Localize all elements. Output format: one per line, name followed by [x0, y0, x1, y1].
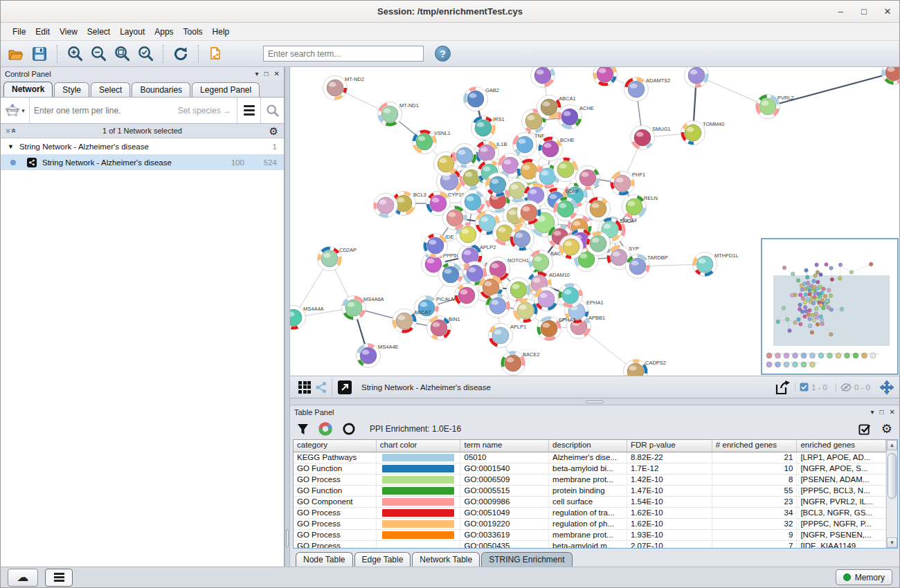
protein-node[interactable] [517, 201, 541, 225]
protein-node[interactable] [486, 294, 510, 318]
protein-node[interactable]: CD2AP [318, 247, 357, 271]
zoom-selected-button[interactable] [136, 44, 155, 64]
table-row[interactable]: GO ProcessGO:0033619membrane prot...1.93… [294, 530, 886, 541]
save-session-button[interactable] [30, 44, 49, 64]
protein-node[interactable]: MS4A4E [357, 344, 399, 368]
table-row[interactable]: GO ProcessGO:0050435beta-amyloid m...2.0… [294, 541, 886, 549]
splitter-grip[interactable] [586, 401, 604, 403]
table-row[interactable]: GO ProcessGO:0006509membrane prot...1.42… [294, 475, 886, 486]
tab-node-table[interactable]: Node Table [296, 552, 353, 567]
table-scrollbar[interactable]: ▲ ▼ [886, 440, 897, 548]
chart-donut-icon[interactable] [318, 422, 332, 436]
memory-button[interactable]: Memory [836, 569, 892, 585]
protein-node[interactable]: BACE2 [501, 351, 540, 376]
maximize-button[interactable]: □ [852, 1, 876, 22]
search-input[interactable] [263, 46, 424, 62]
birdseye-overview[interactable] [761, 238, 899, 375]
protein-node[interactable]: PVRL2 [756, 95, 794, 119]
table-row[interactable]: GO ProcessGO:0019220regulation of ph...1… [294, 519, 886, 530]
protein-node[interactable] [514, 299, 538, 323]
help-button[interactable]: ? [435, 46, 451, 62]
scrollbar-thumb[interactable] [888, 453, 897, 499]
ring-icon[interactable] [342, 422, 356, 436]
tab-select[interactable]: Select [91, 82, 130, 97]
protein-node[interactable] [439, 263, 463, 287]
string-options-button[interactable] [237, 98, 260, 123]
menu-view[interactable]: View [55, 25, 82, 39]
protein-node[interactable] [455, 284, 479, 308]
tab-string-enrichment[interactable]: STRING Enrichment [481, 552, 572, 567]
copy-network-button[interactable] [206, 44, 226, 64]
close-button[interactable]: ✕ [876, 1, 899, 22]
collapse-arrow-icon[interactable]: ▼ [8, 143, 14, 150]
protein-node[interactable]: MT-ND2 [323, 76, 364, 100]
protein-node[interactable] [685, 67, 709, 88]
menu-apps[interactable]: Apps [150, 25, 178, 39]
protein-node[interactable] [576, 166, 600, 190]
column-header-category[interactable]: category [294, 440, 377, 452]
protein-node[interactable]: TOMM40 [681, 121, 725, 145]
protein-node[interactable]: APLP1 [489, 324, 527, 348]
tab-network-table[interactable]: Network Table [412, 552, 480, 567]
enrichment-settings-gear-icon[interactable]: ⚙ [881, 423, 892, 435]
menu-edit[interactable]: Edit [30, 25, 55, 39]
string-search-button[interactable] [260, 98, 284, 123]
protein-node[interactable]: MT-ND1 [378, 102, 419, 127]
column-header--enriched-genes[interactable]: # enriched genes [712, 440, 798, 452]
scroll-down-icon[interactable]: ▼ [887, 538, 897, 548]
protein-node[interactable] [374, 194, 398, 218]
network-row-selected[interactable]: String Network - Alzheimer's disease 100… [1, 154, 284, 170]
protein-node[interactable]: ABCA7 [393, 309, 431, 333]
panel-float-icon[interactable]: □ [880, 409, 884, 416]
network-panel-gear-icon[interactable]: ⚙ [269, 126, 278, 136]
protein-node[interactable] [586, 197, 611, 221]
tab-style[interactable]: Style [54, 82, 89, 97]
minimize-button[interactable]: – [829, 1, 852, 22]
protein-node[interactable]: VSNL1 [413, 130, 451, 154]
protein-node[interactable] [882, 67, 900, 85]
protein-node[interactable]: BCHE [539, 137, 575, 161]
protein-node[interactable]: IRS1 [471, 116, 505, 140]
tab-legend-panel[interactable]: Legend Panel [192, 82, 260, 97]
menu-layout[interactable]: Layout [115, 25, 150, 39]
menu-help[interactable]: Help [208, 25, 235, 39]
protein-node[interactable] [554, 197, 578, 221]
network-canvas[interactable]: MT-ND2MT-ND1VSNL1GAB2IRS1CHATABCA1ACHEIL… [290, 67, 899, 376]
protein-node[interactable] [593, 67, 618, 86]
column-header-chart-color[interactable]: chart color [377, 440, 461, 452]
protein-node[interactable]: GAB2 [464, 87, 500, 111]
zoom-out-button[interactable] [89, 44, 108, 64]
string-term-input[interactable] [30, 106, 178, 116]
protein-node[interactable]: PHF1 [611, 172, 646, 196]
protein-node[interactable]: SMUG1 [631, 126, 671, 150]
protein-node[interactable] [453, 144, 477, 168]
protein-node[interactable]: ADAMTS2 [624, 77, 671, 102]
share-view-icon[interactable] [315, 381, 327, 394]
column-header-fdr-p-value[interactable]: FDR p-value [627, 440, 712, 452]
column-header-enriched-genes[interactable]: enriched genes [797, 440, 886, 452]
table-panel-splitter[interactable] [290, 398, 899, 405]
scroll-up-icon[interactable]: ▲ [887, 440, 897, 450]
protein-node[interactable]: CADPS2 [624, 360, 667, 377]
collapse-all-icon[interactable]: » [8, 129, 18, 134]
protein-node[interactable]: MS4A6A [342, 296, 384, 320]
export-network-icon[interactable] [774, 379, 791, 396]
protein-node[interactable]: ACHE [558, 105, 594, 129]
column-header-description[interactable]: description [549, 440, 627, 452]
cloud-button[interactable]: ☁ [8, 569, 38, 587]
refresh-network-button[interactable] [171, 44, 190, 64]
protein-node[interactable] [461, 190, 485, 214]
table-row[interactable]: KEGG Pathways05010Alzheimer's dise...8.8… [294, 452, 886, 463]
protein-node[interactable]: MS4A4A [290, 306, 324, 330]
panel-close-icon[interactable]: ✕ [274, 71, 280, 77]
protein-node[interactable]: BIN1 [427, 316, 460, 340]
menu-select[interactable]: Select [82, 25, 115, 39]
filter-icon[interactable] [297, 423, 309, 435]
zoom-in-button[interactable] [65, 44, 84, 64]
table-row[interactable]: GO FunctionGO:0005515protein binding1.47… [294, 486, 886, 497]
protein-node[interactable] [559, 284, 583, 308]
protein-node[interactable] [534, 287, 559, 311]
pan-navigation-icon[interactable] [879, 380, 895, 395]
column-header-term-name[interactable]: term name [460, 440, 549, 452]
menu-file[interactable]: File [8, 25, 30, 39]
